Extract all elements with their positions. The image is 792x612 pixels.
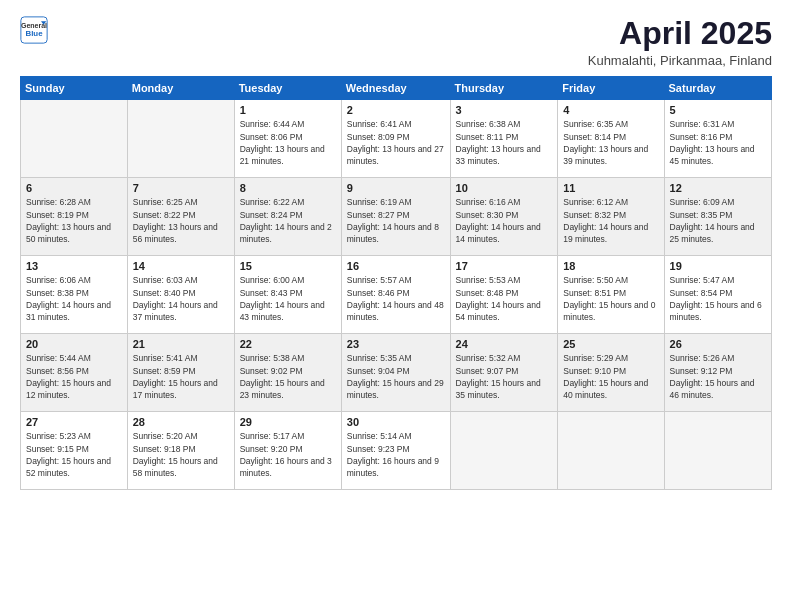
calendar-cell: 2Sunrise: 6:41 AMSunset: 8:09 PMDaylight… bbox=[341, 100, 450, 178]
day-info: Sunrise: 6:16 AMSunset: 8:30 PMDaylight:… bbox=[456, 196, 553, 245]
calendar-cell: 21Sunrise: 5:41 AMSunset: 8:59 PMDayligh… bbox=[127, 334, 234, 412]
calendar-cell bbox=[558, 412, 664, 490]
day-info: Sunrise: 6:44 AMSunset: 8:06 PMDaylight:… bbox=[240, 118, 336, 167]
day-info: Sunrise: 6:22 AMSunset: 8:24 PMDaylight:… bbox=[240, 196, 336, 245]
logo-icon: General Blue bbox=[20, 16, 48, 44]
day-number: 3 bbox=[456, 104, 553, 116]
day-info: Sunrise: 5:38 AMSunset: 9:02 PMDaylight:… bbox=[240, 352, 336, 401]
day-info: Sunrise: 6:28 AMSunset: 8:19 PMDaylight:… bbox=[26, 196, 122, 245]
calendar-cell bbox=[21, 100, 128, 178]
day-info: Sunrise: 6:31 AMSunset: 8:16 PMDaylight:… bbox=[670, 118, 766, 167]
weekday-header-tuesday: Tuesday bbox=[234, 77, 341, 100]
calendar-cell: 16Sunrise: 5:57 AMSunset: 8:46 PMDayligh… bbox=[341, 256, 450, 334]
week-row-4: 20Sunrise: 5:44 AMSunset: 8:56 PMDayligh… bbox=[21, 334, 772, 412]
day-number: 5 bbox=[670, 104, 766, 116]
weekday-header-thursday: Thursday bbox=[450, 77, 558, 100]
calendar-cell: 13Sunrise: 6:06 AMSunset: 8:38 PMDayligh… bbox=[21, 256, 128, 334]
day-info: Sunrise: 5:17 AMSunset: 9:20 PMDaylight:… bbox=[240, 430, 336, 479]
day-info: Sunrise: 6:06 AMSunset: 8:38 PMDaylight:… bbox=[26, 274, 122, 323]
week-row-2: 6Sunrise: 6:28 AMSunset: 8:19 PMDaylight… bbox=[21, 178, 772, 256]
day-info: Sunrise: 6:25 AMSunset: 8:22 PMDaylight:… bbox=[133, 196, 229, 245]
day-number: 23 bbox=[347, 338, 445, 350]
weekday-header-monday: Monday bbox=[127, 77, 234, 100]
header: General Blue April 2025 Kuhmalahti, Pirk… bbox=[20, 16, 772, 68]
day-number: 14 bbox=[133, 260, 229, 272]
calendar-cell: 1Sunrise: 6:44 AMSunset: 8:06 PMDaylight… bbox=[234, 100, 341, 178]
calendar-cell: 15Sunrise: 6:00 AMSunset: 8:43 PMDayligh… bbox=[234, 256, 341, 334]
day-info: Sunrise: 5:14 AMSunset: 9:23 PMDaylight:… bbox=[347, 430, 445, 479]
subtitle: Kuhmalahti, Pirkanmaa, Finland bbox=[588, 53, 772, 68]
calendar-cell: 30Sunrise: 5:14 AMSunset: 9:23 PMDayligh… bbox=[341, 412, 450, 490]
day-info: Sunrise: 6:41 AMSunset: 8:09 PMDaylight:… bbox=[347, 118, 445, 167]
calendar-cell: 17Sunrise: 5:53 AMSunset: 8:48 PMDayligh… bbox=[450, 256, 558, 334]
weekday-header-row: SundayMondayTuesdayWednesdayThursdayFrid… bbox=[21, 77, 772, 100]
day-number: 21 bbox=[133, 338, 229, 350]
calendar-cell: 4Sunrise: 6:35 AMSunset: 8:14 PMDaylight… bbox=[558, 100, 664, 178]
day-info: Sunrise: 5:47 AMSunset: 8:54 PMDaylight:… bbox=[670, 274, 766, 323]
calendar-cell: 27Sunrise: 5:23 AMSunset: 9:15 PMDayligh… bbox=[21, 412, 128, 490]
month-title: April 2025 bbox=[588, 16, 772, 51]
calendar-cell bbox=[664, 412, 771, 490]
day-info: Sunrise: 5:26 AMSunset: 9:12 PMDaylight:… bbox=[670, 352, 766, 401]
day-number: 13 bbox=[26, 260, 122, 272]
day-info: Sunrise: 5:53 AMSunset: 8:48 PMDaylight:… bbox=[456, 274, 553, 323]
day-number: 25 bbox=[563, 338, 658, 350]
weekday-header-sunday: Sunday bbox=[21, 77, 128, 100]
calendar-cell: 9Sunrise: 6:19 AMSunset: 8:27 PMDaylight… bbox=[341, 178, 450, 256]
day-number: 6 bbox=[26, 182, 122, 194]
calendar-cell: 18Sunrise: 5:50 AMSunset: 8:51 PMDayligh… bbox=[558, 256, 664, 334]
day-number: 29 bbox=[240, 416, 336, 428]
calendar-cell bbox=[127, 100, 234, 178]
day-number: 4 bbox=[563, 104, 658, 116]
calendar-cell: 25Sunrise: 5:29 AMSunset: 9:10 PMDayligh… bbox=[558, 334, 664, 412]
day-info: Sunrise: 5:41 AMSunset: 8:59 PMDaylight:… bbox=[133, 352, 229, 401]
day-number: 18 bbox=[563, 260, 658, 272]
calendar-cell: 8Sunrise: 6:22 AMSunset: 8:24 PMDaylight… bbox=[234, 178, 341, 256]
calendar-cell: 3Sunrise: 6:38 AMSunset: 8:11 PMDaylight… bbox=[450, 100, 558, 178]
weekday-header-wednesday: Wednesday bbox=[341, 77, 450, 100]
day-info: Sunrise: 5:50 AMSunset: 8:51 PMDaylight:… bbox=[563, 274, 658, 323]
week-row-5: 27Sunrise: 5:23 AMSunset: 9:15 PMDayligh… bbox=[21, 412, 772, 490]
day-number: 27 bbox=[26, 416, 122, 428]
day-number: 8 bbox=[240, 182, 336, 194]
day-info: Sunrise: 5:32 AMSunset: 9:07 PMDaylight:… bbox=[456, 352, 553, 401]
logo: General Blue bbox=[20, 16, 48, 44]
day-info: Sunrise: 6:38 AMSunset: 8:11 PMDaylight:… bbox=[456, 118, 553, 167]
day-info: Sunrise: 6:03 AMSunset: 8:40 PMDaylight:… bbox=[133, 274, 229, 323]
day-number: 26 bbox=[670, 338, 766, 350]
calendar-cell: 22Sunrise: 5:38 AMSunset: 9:02 PMDayligh… bbox=[234, 334, 341, 412]
day-number: 11 bbox=[563, 182, 658, 194]
calendar-cell: 12Sunrise: 6:09 AMSunset: 8:35 PMDayligh… bbox=[664, 178, 771, 256]
calendar-table: SundayMondayTuesdayWednesdayThursdayFrid… bbox=[20, 76, 772, 490]
day-number: 28 bbox=[133, 416, 229, 428]
day-info: Sunrise: 5:35 AMSunset: 9:04 PMDaylight:… bbox=[347, 352, 445, 401]
week-row-3: 13Sunrise: 6:06 AMSunset: 8:38 PMDayligh… bbox=[21, 256, 772, 334]
calendar-cell: 19Sunrise: 5:47 AMSunset: 8:54 PMDayligh… bbox=[664, 256, 771, 334]
day-number: 1 bbox=[240, 104, 336, 116]
calendar-cell: 28Sunrise: 5:20 AMSunset: 9:18 PMDayligh… bbox=[127, 412, 234, 490]
calendar-cell: 11Sunrise: 6:12 AMSunset: 8:32 PMDayligh… bbox=[558, 178, 664, 256]
calendar-cell: 6Sunrise: 6:28 AMSunset: 8:19 PMDaylight… bbox=[21, 178, 128, 256]
calendar-cell: 20Sunrise: 5:44 AMSunset: 8:56 PMDayligh… bbox=[21, 334, 128, 412]
day-info: Sunrise: 6:19 AMSunset: 8:27 PMDaylight:… bbox=[347, 196, 445, 245]
day-info: Sunrise: 6:12 AMSunset: 8:32 PMDaylight:… bbox=[563, 196, 658, 245]
calendar-cell bbox=[450, 412, 558, 490]
day-number: 9 bbox=[347, 182, 445, 194]
day-number: 24 bbox=[456, 338, 553, 350]
day-number: 19 bbox=[670, 260, 766, 272]
day-info: Sunrise: 5:44 AMSunset: 8:56 PMDaylight:… bbox=[26, 352, 122, 401]
calendar-page: General Blue April 2025 Kuhmalahti, Pirk… bbox=[0, 0, 792, 612]
day-number: 30 bbox=[347, 416, 445, 428]
calendar-cell: 14Sunrise: 6:03 AMSunset: 8:40 PMDayligh… bbox=[127, 256, 234, 334]
weekday-header-saturday: Saturday bbox=[664, 77, 771, 100]
day-info: Sunrise: 5:29 AMSunset: 9:10 PMDaylight:… bbox=[563, 352, 658, 401]
week-row-1: 1Sunrise: 6:44 AMSunset: 8:06 PMDaylight… bbox=[21, 100, 772, 178]
svg-text:Blue: Blue bbox=[25, 29, 43, 38]
day-info: Sunrise: 5:20 AMSunset: 9:18 PMDaylight:… bbox=[133, 430, 229, 479]
calendar-cell: 24Sunrise: 5:32 AMSunset: 9:07 PMDayligh… bbox=[450, 334, 558, 412]
day-number: 20 bbox=[26, 338, 122, 350]
calendar-cell: 23Sunrise: 5:35 AMSunset: 9:04 PMDayligh… bbox=[341, 334, 450, 412]
day-number: 17 bbox=[456, 260, 553, 272]
day-info: Sunrise: 5:57 AMSunset: 8:46 PMDaylight:… bbox=[347, 274, 445, 323]
day-info: Sunrise: 6:09 AMSunset: 8:35 PMDaylight:… bbox=[670, 196, 766, 245]
